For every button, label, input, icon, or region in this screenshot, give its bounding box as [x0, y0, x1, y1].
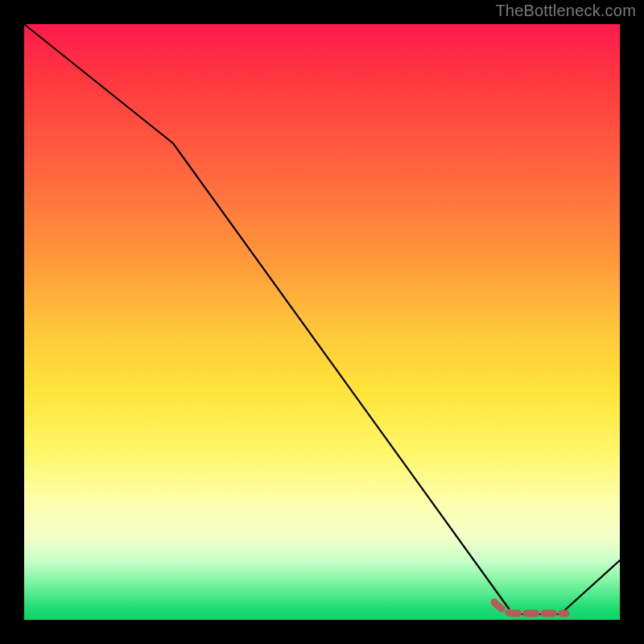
bottleneck-curve — [24, 24, 620, 614]
chart-frame: TheBottleneck.com — [0, 0, 644, 644]
chart-overlay — [24, 24, 620, 620]
attribution-text: TheBottleneck.com — [495, 2, 636, 20]
